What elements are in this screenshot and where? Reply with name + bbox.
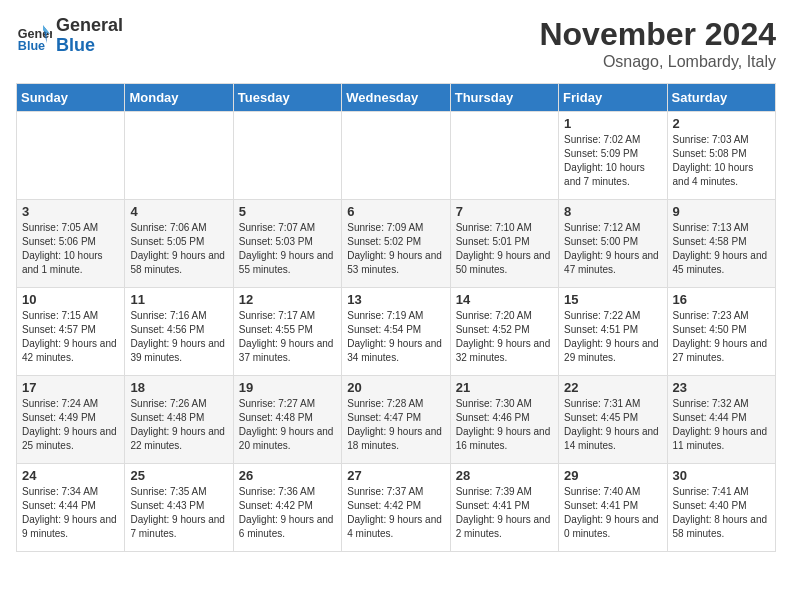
- day-cell-5: 5Sunrise: 7:07 AM Sunset: 5:03 PM Daylig…: [233, 200, 341, 288]
- day-info: Sunrise: 7:30 AM Sunset: 4:46 PM Dayligh…: [456, 397, 553, 453]
- weekday-header-tuesday: Tuesday: [233, 84, 341, 112]
- logo-general: General: [56, 16, 123, 36]
- day-cell-17: 17Sunrise: 7:24 AM Sunset: 4:49 PM Dayli…: [17, 376, 125, 464]
- day-cell-19: 19Sunrise: 7:27 AM Sunset: 4:48 PM Dayli…: [233, 376, 341, 464]
- day-cell-27: 27Sunrise: 7:37 AM Sunset: 4:42 PM Dayli…: [342, 464, 450, 552]
- week-row-3: 10Sunrise: 7:15 AM Sunset: 4:57 PM Dayli…: [17, 288, 776, 376]
- day-cell-24: 24Sunrise: 7:34 AM Sunset: 4:44 PM Dayli…: [17, 464, 125, 552]
- day-number: 25: [130, 468, 227, 483]
- day-info: Sunrise: 7:40 AM Sunset: 4:41 PM Dayligh…: [564, 485, 661, 541]
- svg-text:Blue: Blue: [18, 39, 45, 53]
- day-cell-6: 6Sunrise: 7:09 AM Sunset: 5:02 PM Daylig…: [342, 200, 450, 288]
- day-number: 10: [22, 292, 119, 307]
- day-info: Sunrise: 7:16 AM Sunset: 4:56 PM Dayligh…: [130, 309, 227, 365]
- day-info: Sunrise: 7:07 AM Sunset: 5:03 PM Dayligh…: [239, 221, 336, 277]
- day-info: Sunrise: 7:35 AM Sunset: 4:43 PM Dayligh…: [130, 485, 227, 541]
- day-number: 20: [347, 380, 444, 395]
- empty-cell: [342, 112, 450, 200]
- day-info: Sunrise: 7:10 AM Sunset: 5:01 PM Dayligh…: [456, 221, 553, 277]
- weekday-header-wednesday: Wednesday: [342, 84, 450, 112]
- day-info: Sunrise: 7:03 AM Sunset: 5:08 PM Dayligh…: [673, 133, 770, 189]
- day-cell-15: 15Sunrise: 7:22 AM Sunset: 4:51 PM Dayli…: [559, 288, 667, 376]
- empty-cell: [125, 112, 233, 200]
- day-cell-16: 16Sunrise: 7:23 AM Sunset: 4:50 PM Dayli…: [667, 288, 775, 376]
- day-info: Sunrise: 7:32 AM Sunset: 4:44 PM Dayligh…: [673, 397, 770, 453]
- location-subtitle: Osnago, Lombardy, Italy: [539, 53, 776, 71]
- day-number: 24: [22, 468, 119, 483]
- day-cell-4: 4Sunrise: 7:06 AM Sunset: 5:05 PM Daylig…: [125, 200, 233, 288]
- day-cell-7: 7Sunrise: 7:10 AM Sunset: 5:01 PM Daylig…: [450, 200, 558, 288]
- page-header: General Blue General Blue November 2024 …: [16, 16, 776, 71]
- month-title: November 2024: [539, 16, 776, 53]
- day-number: 23: [673, 380, 770, 395]
- day-number: 14: [456, 292, 553, 307]
- weekday-header-thursday: Thursday: [450, 84, 558, 112]
- week-row-4: 17Sunrise: 7:24 AM Sunset: 4:49 PM Dayli…: [17, 376, 776, 464]
- day-info: Sunrise: 7:23 AM Sunset: 4:50 PM Dayligh…: [673, 309, 770, 365]
- day-number: 6: [347, 204, 444, 219]
- day-number: 5: [239, 204, 336, 219]
- day-number: 19: [239, 380, 336, 395]
- day-cell-10: 10Sunrise: 7:15 AM Sunset: 4:57 PM Dayli…: [17, 288, 125, 376]
- week-row-1: 1Sunrise: 7:02 AM Sunset: 5:09 PM Daylig…: [17, 112, 776, 200]
- day-info: Sunrise: 7:05 AM Sunset: 5:06 PM Dayligh…: [22, 221, 119, 277]
- weekday-header-sunday: Sunday: [17, 84, 125, 112]
- day-number: 16: [673, 292, 770, 307]
- day-number: 2: [673, 116, 770, 131]
- day-number: 1: [564, 116, 661, 131]
- empty-cell: [450, 112, 558, 200]
- day-cell-14: 14Sunrise: 7:20 AM Sunset: 4:52 PM Dayli…: [450, 288, 558, 376]
- calendar-table: SundayMondayTuesdayWednesdayThursdayFrid…: [16, 83, 776, 552]
- day-number: 17: [22, 380, 119, 395]
- title-area: November 2024 Osnago, Lombardy, Italy: [539, 16, 776, 71]
- weekday-header-monday: Monday: [125, 84, 233, 112]
- day-cell-18: 18Sunrise: 7:26 AM Sunset: 4:48 PM Dayli…: [125, 376, 233, 464]
- day-number: 15: [564, 292, 661, 307]
- day-number: 7: [456, 204, 553, 219]
- day-cell-1: 1Sunrise: 7:02 AM Sunset: 5:09 PM Daylig…: [559, 112, 667, 200]
- day-cell-29: 29Sunrise: 7:40 AM Sunset: 4:41 PM Dayli…: [559, 464, 667, 552]
- day-number: 21: [456, 380, 553, 395]
- empty-cell: [233, 112, 341, 200]
- day-number: 26: [239, 468, 336, 483]
- day-cell-23: 23Sunrise: 7:32 AM Sunset: 4:44 PM Dayli…: [667, 376, 775, 464]
- day-number: 9: [673, 204, 770, 219]
- day-cell-20: 20Sunrise: 7:28 AM Sunset: 4:47 PM Dayli…: [342, 376, 450, 464]
- day-cell-30: 30Sunrise: 7:41 AM Sunset: 4:40 PM Dayli…: [667, 464, 775, 552]
- day-info: Sunrise: 7:17 AM Sunset: 4:55 PM Dayligh…: [239, 309, 336, 365]
- day-info: Sunrise: 7:09 AM Sunset: 5:02 PM Dayligh…: [347, 221, 444, 277]
- day-cell-2: 2Sunrise: 7:03 AM Sunset: 5:08 PM Daylig…: [667, 112, 775, 200]
- week-row-2: 3Sunrise: 7:05 AM Sunset: 5:06 PM Daylig…: [17, 200, 776, 288]
- day-number: 30: [673, 468, 770, 483]
- day-number: 4: [130, 204, 227, 219]
- day-number: 22: [564, 380, 661, 395]
- logo-blue: Blue: [56, 36, 123, 56]
- day-number: 28: [456, 468, 553, 483]
- day-cell-25: 25Sunrise: 7:35 AM Sunset: 4:43 PM Dayli…: [125, 464, 233, 552]
- day-info: Sunrise: 7:36 AM Sunset: 4:42 PM Dayligh…: [239, 485, 336, 541]
- day-info: Sunrise: 7:28 AM Sunset: 4:47 PM Dayligh…: [347, 397, 444, 453]
- day-info: Sunrise: 7:12 AM Sunset: 5:00 PM Dayligh…: [564, 221, 661, 277]
- day-info: Sunrise: 7:13 AM Sunset: 4:58 PM Dayligh…: [673, 221, 770, 277]
- day-info: Sunrise: 7:24 AM Sunset: 4:49 PM Dayligh…: [22, 397, 119, 453]
- day-number: 18: [130, 380, 227, 395]
- day-number: 3: [22, 204, 119, 219]
- day-info: Sunrise: 7:34 AM Sunset: 4:44 PM Dayligh…: [22, 485, 119, 541]
- day-info: Sunrise: 7:19 AM Sunset: 4:54 PM Dayligh…: [347, 309, 444, 365]
- day-cell-11: 11Sunrise: 7:16 AM Sunset: 4:56 PM Dayli…: [125, 288, 233, 376]
- day-cell-21: 21Sunrise: 7:30 AM Sunset: 4:46 PM Dayli…: [450, 376, 558, 464]
- day-number: 29: [564, 468, 661, 483]
- weekday-header-friday: Friday: [559, 84, 667, 112]
- day-info: Sunrise: 7:31 AM Sunset: 4:45 PM Dayligh…: [564, 397, 661, 453]
- weekday-header-saturday: Saturday: [667, 84, 775, 112]
- weekday-header-row: SundayMondayTuesdayWednesdayThursdayFrid…: [17, 84, 776, 112]
- logo-text: General Blue: [56, 16, 123, 56]
- day-number: 12: [239, 292, 336, 307]
- day-info: Sunrise: 7:06 AM Sunset: 5:05 PM Dayligh…: [130, 221, 227, 277]
- logo: General Blue General Blue: [16, 16, 123, 56]
- day-info: Sunrise: 7:27 AM Sunset: 4:48 PM Dayligh…: [239, 397, 336, 453]
- day-info: Sunrise: 7:20 AM Sunset: 4:52 PM Dayligh…: [456, 309, 553, 365]
- day-cell-8: 8Sunrise: 7:12 AM Sunset: 5:00 PM Daylig…: [559, 200, 667, 288]
- day-info: Sunrise: 7:37 AM Sunset: 4:42 PM Dayligh…: [347, 485, 444, 541]
- day-info: Sunrise: 7:02 AM Sunset: 5:09 PM Dayligh…: [564, 133, 661, 189]
